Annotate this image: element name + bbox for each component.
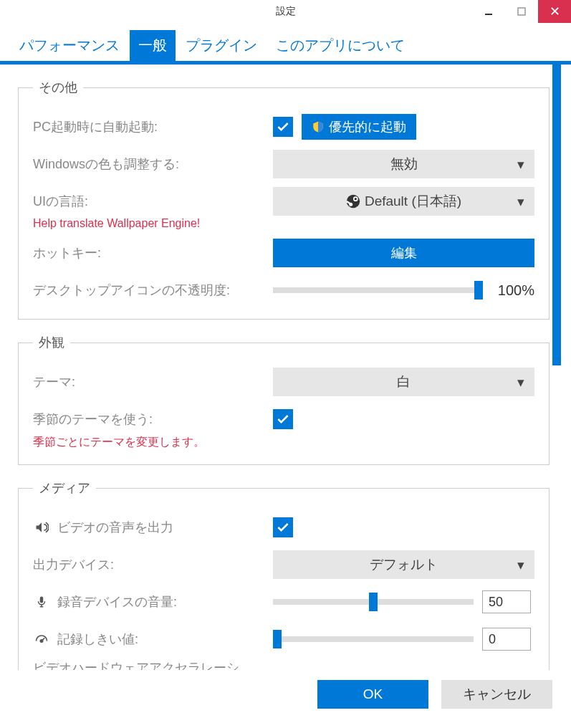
steam-icon [346, 194, 360, 209]
section-appearance: 外観 テーマ: 白 ▾ 季節のテーマを使う: 季節ごとにテーマを変更します。 [18, 334, 550, 465]
scroll-thumb[interactable] [552, 64, 561, 365]
theme-select[interactable]: 白 ▾ [273, 368, 534, 396]
output-device-label: 出力デバイス: [33, 556, 273, 573]
output-device-select[interactable]: デフォルト ▾ [273, 550, 534, 579]
minimize-button[interactable] [472, 0, 505, 23]
close-button[interactable]: ✕ [538, 0, 571, 23]
window-title: 設定 [276, 5, 296, 18]
caret-icon: ▾ [517, 156, 524, 173]
threshold-label: 記録しきい値: [57, 631, 138, 648]
shield-icon [312, 120, 325, 133]
hotkey-label: ホットキー: [33, 244, 273, 262]
ui-language-label: UIの言語: [33, 193, 273, 210]
maximize-button[interactable] [505, 0, 538, 23]
section-appearance-legend: 外観 [33, 334, 70, 351]
translate-help-link[interactable]: Help translate Wallpaper Engine! [33, 217, 534, 230]
caret-icon: ▾ [517, 557, 524, 573]
auto-start-label: PC起動時に自動起動: [33, 118, 273, 135]
titlebar: 設定 ✕ [0, 0, 571, 23]
footer: OK キャンセル [0, 670, 571, 719]
cancel-button[interactable]: キャンセル [441, 680, 552, 709]
priority-start-label: 優先的に起動 [329, 118, 406, 135]
slider-thumb[interactable] [273, 630, 282, 648]
output-device-value: デフォルト [370, 555, 438, 574]
window-controls: ✕ [472, 0, 571, 23]
seasonal-help: 季節ごとにテーマを変更します。 [33, 435, 534, 450]
theme-value: 白 [397, 373, 411, 391]
hw-accel-label: ビデオハードウェアアクセラレーシ [33, 653, 534, 670]
caret-icon: ▾ [517, 374, 524, 391]
icon-opacity-slider[interactable] [273, 287, 483, 293]
ok-button[interactable]: OK [317, 680, 428, 709]
section-other: その他 PC起動時に自動起動: 優先的に起動 Windowsの色も調整する: 無… [18, 79, 550, 320]
priority-start-button[interactable]: 優先的に起動 [302, 114, 416, 140]
theme-label: テーマ: [33, 373, 273, 391]
tab-plugins[interactable]: プラグイン [177, 30, 266, 61]
ui-language-select[interactable]: Default (日本語) ▾ [273, 187, 534, 216]
windows-color-value: 無効 [390, 155, 418, 173]
tabs: パフォーマンス 一般 プラグイン このアプリについて [0, 23, 571, 64]
section-media: メディア ビデオの音声を出力 出力デバイス: デフォルト ▾ 録音デバイスの音量… [18, 479, 550, 670]
section-other-legend: その他 [33, 79, 83, 96]
caret-icon: ▾ [517, 193, 524, 210]
ui-language-value: Default (日本語) [365, 192, 461, 211]
tab-about[interactable]: このアプリについて [267, 30, 413, 61]
windows-color-label: Windowsの色も調整する: [33, 155, 273, 173]
rec-volume-label: 録音デバイスの音量: [57, 593, 177, 610]
icon-opacity-label: デスクトップアイコンの不透明度: [33, 282, 273, 299]
icon-opacity-value: 100% [491, 282, 534, 299]
hotkey-edit-button[interactable]: 編集 [273, 239, 534, 267]
tab-performance[interactable]: パフォーマンス [11, 30, 128, 61]
microphone-icon [33, 595, 50, 608]
scrollbar[interactable] [552, 64, 561, 670]
threshold-input[interactable] [482, 628, 531, 651]
seasonal-checkbox[interactable] [273, 409, 293, 429]
section-media-legend: メディア [33, 479, 96, 497]
content: その他 PC起動時に自動起動: 優先的に起動 Windowsの色も調整する: 無… [0, 64, 571, 670]
rec-volume-input[interactable] [482, 590, 531, 613]
tab-general[interactable]: 一般 [130, 30, 176, 61]
svg-rect-1 [518, 8, 525, 15]
rec-volume-slider[interactable] [273, 599, 474, 605]
video-audio-label: ビデオの音声を出力 [57, 519, 173, 536]
svg-point-2 [347, 195, 360, 208]
video-audio-checkbox[interactable] [273, 517, 293, 537]
speaker-icon [33, 520, 50, 535]
slider-thumb[interactable] [474, 281, 483, 300]
gauge-icon [33, 632, 50, 646]
slider-thumb[interactable] [369, 593, 378, 611]
windows-color-select[interactable]: 無効 ▾ [273, 150, 534, 178]
threshold-slider[interactable] [273, 636, 474, 642]
seasonal-label: 季節のテーマを使う: [33, 411, 273, 428]
svg-point-4 [355, 198, 357, 200]
auto-start-checkbox[interactable] [273, 117, 293, 137]
